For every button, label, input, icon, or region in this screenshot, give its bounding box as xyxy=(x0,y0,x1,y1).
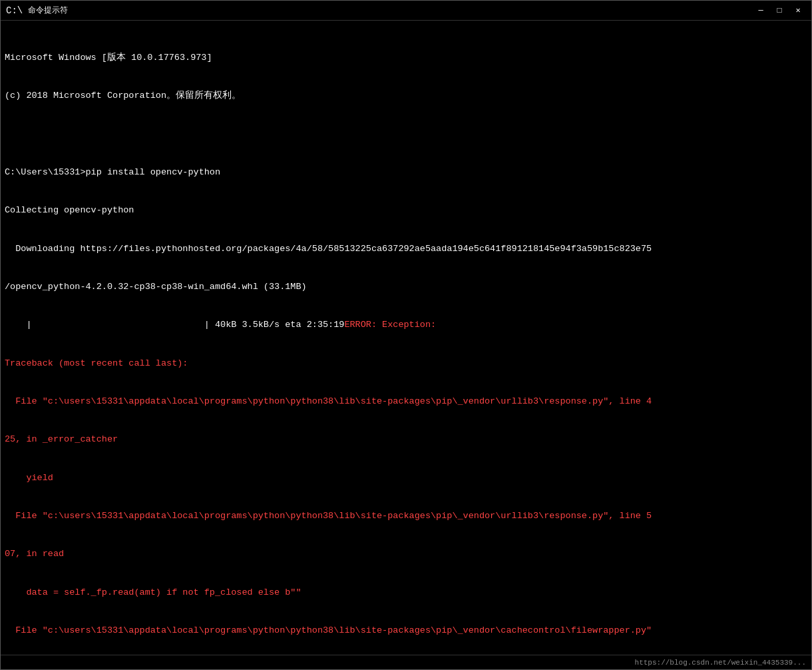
console-line: C:\Users\15331>pip install opencv-python xyxy=(5,166,807,179)
minimize-button[interactable]: — xyxy=(753,4,769,17)
title-bar-left: C:\ 命令提示符 xyxy=(6,5,68,16)
close-button[interactable]: ✕ xyxy=(790,4,806,17)
console-line: File "c:\users\15331\appdata\local\progr… xyxy=(5,624,807,637)
console-line: (c) 2018 Microsoft Corporation。保留所有权利。 xyxy=(5,89,807,103)
title-bar-controls: — □ ✕ xyxy=(753,4,806,17)
console-line: data = self._fp.read(amt) if not fp_clos… xyxy=(5,586,807,599)
console-line: File "c:\users\15331\appdata\local\progr… xyxy=(5,395,807,408)
cmd-icon: C:\ xyxy=(6,5,23,16)
console-line: | | 40kB 3.5kB/s eta 2:35:19ERROR: Excep… xyxy=(5,318,807,332)
console-container: Microsoft Windows [版本 10.0.17763.973] (c… xyxy=(1,21,811,655)
console-line: File "c:\users\15331\appdata\local\progr… xyxy=(5,509,807,523)
title-bar: C:\ 命令提示符 — □ ✕ xyxy=(1,1,811,21)
console-output[interactable]: Microsoft Windows [版本 10.0.17763.973] (c… xyxy=(1,21,811,655)
console-line: yield xyxy=(5,472,807,485)
console-line: Traceback (most recent call last): xyxy=(5,357,807,370)
console-line: Downloading https://files.pythonhosted.o… xyxy=(5,242,807,256)
status-bar: https://blog.csdn.net/weixin_4435339... xyxy=(1,655,811,669)
console-line: 25, in _error_catcher xyxy=(5,433,807,446)
maximize-button[interactable]: □ xyxy=(771,4,787,17)
console-line: Collecting opencv-python xyxy=(5,204,807,217)
console-line: Microsoft Windows [版本 10.0.17763.973] xyxy=(5,51,807,65)
window-title: 命令提示符 xyxy=(28,5,68,16)
console-line: /opencv_python-4.2.0.32-cp38-cp38-win_am… xyxy=(5,280,807,294)
console-line: 07, in read xyxy=(5,547,807,561)
status-url: https://blog.csdn.net/weixin_4435339... xyxy=(635,659,806,667)
cmd-window: C:\ 命令提示符 — □ ✕ Microsoft Windows [版本 10… xyxy=(0,0,812,670)
console-line xyxy=(5,127,807,141)
